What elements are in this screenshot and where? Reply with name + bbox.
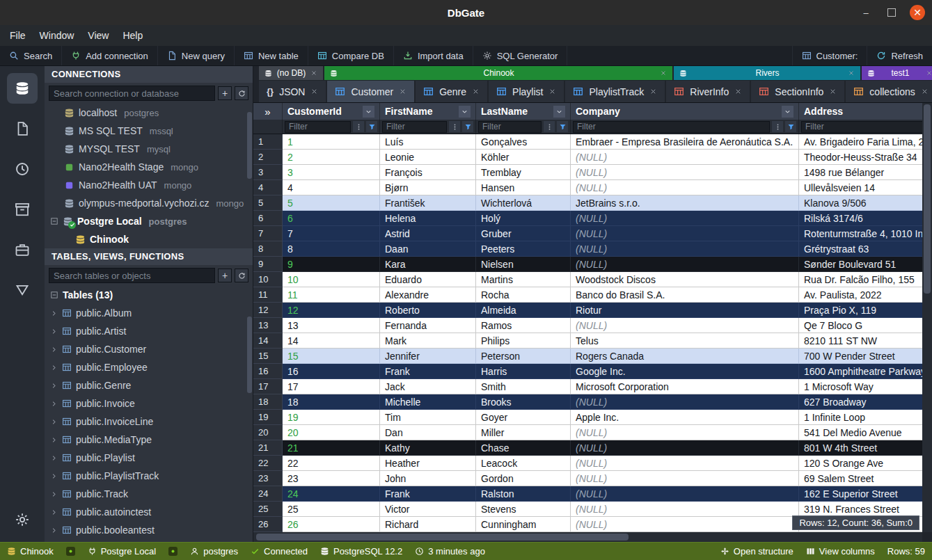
row-number[interactable]: 22 [253, 456, 283, 471]
filter-input-address[interactable] [801, 121, 922, 133]
table-item-public-mediatype[interactable]: public.MediaType [45, 431, 253, 449]
row-number[interactable]: 8 [253, 241, 283, 257]
rail-apps-button[interactable] [7, 234, 38, 265]
column-dropdown-button[interactable] [782, 106, 793, 118]
connection-item-mysql-test[interactable]: MYSQL TESTmysql [45, 140, 253, 158]
row-number[interactable]: 18 [253, 394, 283, 410]
cell-customerid[interactable]: 20 [283, 425, 380, 440]
table-row-20[interactable]: 2020DanMiller(NULL)541 Del Medio Avenue [253, 425, 922, 440]
cell-company[interactable]: (NULL) [571, 180, 799, 195]
cell-customerid[interactable]: 4 [283, 180, 380, 195]
chevron-right-icon[interactable] [50, 382, 58, 390]
cell-lastname[interactable]: Wichterlová [476, 195, 571, 211]
cell-lastname[interactable]: Nielsen [476, 257, 571, 272]
cell-lastname[interactable]: Stevens [476, 502, 571, 517]
table-row-2[interactable]: 22LeonieKöhler(NULL)Theodor-Heuss-Straße… [253, 150, 922, 165]
table-row-24[interactable]: 2424FrankRalston(NULL)162 E Superior Str… [253, 486, 922, 502]
connections-refresh-button[interactable] [235, 86, 248, 100]
cell-lastname[interactable]: Peterson [476, 349, 571, 364]
cell-customerid[interactable]: 23 [283, 471, 380, 486]
table-row-8[interactable]: 88DaanPeeters(NULL)Grétrystraat 63 [253, 241, 922, 257]
row-number[interactable]: 14 [253, 333, 283, 349]
minus-box-icon[interactable] [50, 291, 58, 299]
cell-company[interactable]: (NULL) [571, 150, 799, 165]
row-number[interactable]: 5 [253, 195, 283, 211]
cell-firstname[interactable]: John [380, 471, 476, 486]
row-number[interactable]: 3 [253, 165, 283, 180]
cell-firstname[interactable]: Jack [380, 379, 476, 394]
close-icon[interactable] [399, 88, 406, 95]
tables-group[interactable]: Tables (13) [45, 286, 253, 304]
chevron-right-icon[interactable] [50, 328, 58, 335]
connection-item-chinook[interactable]: Chinook [45, 230, 253, 248]
row-number[interactable]: 20 [253, 425, 283, 440]
column-dropdown-button[interactable] [459, 106, 471, 118]
cell-lastname[interactable]: Ralston [476, 486, 571, 502]
cell-firstname[interactable]: Roberto [380, 303, 476, 318]
cell-lastname[interactable]: Miller [476, 425, 571, 440]
table-item-public-playlisttrack[interactable]: public.PlaylistTrack [45, 467, 253, 485]
cell-firstname[interactable]: Helena [380, 211, 476, 226]
close-button[interactable]: ✕ [910, 5, 925, 20]
row-number[interactable]: 25 [253, 502, 283, 517]
cell-company[interactable]: Banco do Brasil S.A. [571, 287, 799, 303]
cell-firstname[interactable]: Frank [380, 486, 476, 502]
grid-corner-button[interactable]: » [253, 103, 283, 120]
table-item-public-autoinctest[interactable]: public.autoinctest [45, 503, 253, 521]
toolbar-new-table-button[interactable]: New table [235, 46, 308, 65]
filter-funnel-icon[interactable] [557, 121, 568, 132]
cell-customerid[interactable]: 8 [283, 241, 380, 257]
table-row-11[interactable]: 1111AlexandreRochaBanco do Brasil S.A.Av… [253, 287, 922, 303]
menu-view[interactable]: View [81, 27, 116, 44]
cell-company[interactable]: (NULL) [571, 211, 799, 226]
cell-lastname[interactable]: Almeida [476, 303, 571, 318]
cell-lastname[interactable]: Köhler [476, 150, 571, 165]
cell-firstname[interactable]: Daan [380, 241, 476, 257]
cell-firstname[interactable]: Dan [380, 425, 476, 440]
cell-lastname[interactable]: Philips [476, 333, 571, 349]
table-row-14[interactable]: 1414MarkPhilipsTelus8210 111 ST NW [253, 333, 922, 349]
cell-company[interactable]: (NULL) [571, 226, 799, 241]
cell-address[interactable]: 1600 Amphitheatre Parkway [799, 364, 922, 379]
add-connection-plus-button[interactable]: + [218, 86, 232, 100]
cell-company[interactable]: Telus [571, 333, 799, 349]
rail-files-button[interactable] [7, 113, 38, 144]
filter-funnel-icon[interactable] [462, 121, 473, 132]
cell-address[interactable]: Av. Brigadeiro Faria Lima, 2170 [799, 134, 922, 150]
menu-file[interactable]: File [3, 27, 33, 44]
menu-window[interactable]: Window [33, 27, 81, 44]
rail-connections-button[interactable] [7, 73, 38, 104]
tab-playlist[interactable]: Playlist [489, 81, 564, 102]
filter-input-firstname[interactable] [382, 121, 447, 133]
table-item-public-playlist[interactable]: public.Playlist [45, 449, 253, 467]
menu-help[interactable]: Help [116, 27, 150, 44]
column-header-customerid[interactable]: CustomerId [283, 103, 380, 120]
table-item-public-artist[interactable]: public.Artist [45, 322, 253, 340]
cell-firstname[interactable]: Heather [380, 456, 476, 471]
close-icon[interactable] [660, 70, 667, 77]
table-row-3[interactable]: 33FrançoisTremblay(NULL)1498 rue Bélange… [253, 165, 922, 180]
cell-customerid[interactable]: 22 [283, 456, 380, 471]
connection-item-olympus-medportal-vychozi-cz[interactable]: olympus-medportal.vychozi.czmongo [45, 194, 253, 212]
cell-customerid[interactable]: 11 [283, 287, 380, 303]
cell-company[interactable]: (NULL) [571, 165, 799, 180]
toolbar-compare-db-button[interactable]: Compare DB [308, 46, 394, 65]
cell-firstname[interactable]: Luís [380, 134, 476, 150]
row-number[interactable]: 15 [253, 349, 283, 364]
horizontal-scrollbar-thumb[interactable] [256, 534, 629, 541]
toolbar-sql-generator-button[interactable]: SQL Generator [473, 46, 568, 65]
tables-search-input[interactable] [49, 268, 215, 283]
table-row-5[interactable]: 55FrantišekWichterlováJetBrains s.r.o.Kl… [253, 195, 922, 211]
row-number[interactable]: 13 [253, 318, 283, 333]
cell-company[interactable]: (NULL) [571, 440, 799, 456]
row-number[interactable]: 17 [253, 379, 283, 394]
cell-firstname[interactable]: Leonie [380, 150, 476, 165]
cell-firstname[interactable]: Jennifer [380, 349, 476, 364]
cell-company[interactable]: (NULL) [571, 257, 799, 272]
row-number[interactable]: 26 [253, 517, 283, 532]
row-number[interactable]: 10 [253, 272, 283, 287]
cell-firstname[interactable]: Mark [380, 333, 476, 349]
filter-input-customerid[interactable] [285, 121, 351, 133]
table-row-6[interactable]: 66HelenaHolý(NULL)Rilská 3174/6 [253, 211, 922, 226]
cell-address[interactable]: 801 W 4th Street [799, 440, 922, 456]
